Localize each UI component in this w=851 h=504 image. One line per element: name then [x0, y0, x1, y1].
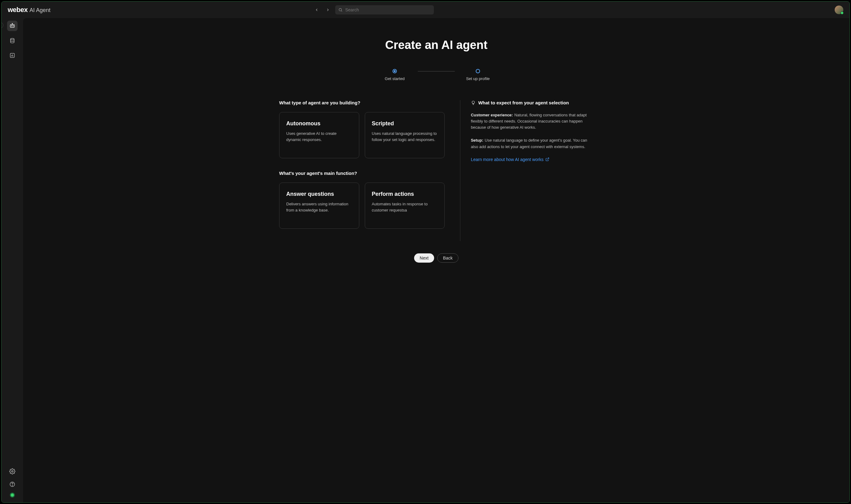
info-heading-text: What to expect from your agent selection [478, 100, 569, 105]
svg-point-12 [12, 471, 13, 472]
svg-point-0 [339, 8, 342, 11]
search-field[interactable] [335, 5, 434, 15]
svg-line-15 [547, 158, 549, 160]
card-autonomous[interactable]: Autonomous Uses generative AI to create … [279, 112, 359, 158]
card-desc: Delivers answers using information from … [286, 201, 352, 213]
search-icon [338, 8, 343, 12]
card-desc: Uses natural language processing to foll… [372, 130, 438, 143]
agent-function-heading: What's your agent's main function? [279, 170, 445, 176]
external-link-icon [545, 157, 549, 161]
step-set-up-profile[interactable]: Set up profile [455, 69, 501, 81]
card-title: Autonomous [286, 120, 352, 127]
card-scripted[interactable]: Scripted Uses natural language processin… [365, 112, 445, 158]
search-input[interactable] [345, 7, 431, 12]
svg-point-14 [12, 486, 12, 486]
gear-icon [9, 468, 15, 474]
svg-line-1 [342, 11, 342, 12]
bot-icon [9, 23, 15, 29]
svg-rect-2 [10, 25, 14, 28]
sidebar-item-data[interactable] [7, 35, 18, 46]
user-avatar[interactable] [835, 5, 843, 14]
help-icon [9, 481, 15, 487]
info-heading: What to expect from your agent selection [471, 100, 593, 105]
card-perform-actions[interactable]: Perform actions Automates tasks in respo… [365, 183, 445, 229]
presence-indicator [10, 492, 15, 498]
topbar: webex AI Agent [2, 2, 849, 18]
chart-icon [9, 52, 15, 58]
sidebar-collapse-handle[interactable] [2, 22, 3, 28]
card-desc: Uses generative AI to create dynamic res… [286, 130, 352, 143]
step-dot-icon [476, 69, 480, 73]
card-title: Perform actions [372, 191, 438, 197]
sidebar-settings[interactable] [7, 466, 18, 476]
page-title: Create an AI agent [41, 38, 831, 52]
sidebar-item-agents[interactable] [7, 21, 18, 31]
chevron-left-icon [315, 8, 319, 12]
sidebar-help[interactable] [7, 479, 18, 489]
stepper: Get started Set up profile [41, 69, 831, 81]
brand-product: AI Agent [30, 7, 51, 14]
step-connector [418, 71, 455, 71]
setup-text: Use natural language to define your agen… [471, 138, 587, 149]
learn-more-text: Learn more about how AI agent works [471, 157, 543, 162]
agent-type-heading: What type of agent are you building? [279, 100, 445, 105]
main-content: Create an AI agent Get started Set up pr… [23, 18, 849, 502]
card-title: Scripted [372, 120, 438, 127]
chevron-right-icon [326, 8, 330, 12]
next-button[interactable]: Next [414, 253, 434, 263]
nav-forward-button[interactable] [324, 5, 332, 14]
setup-label: Setup: [471, 138, 483, 143]
sidebar [2, 18, 23, 502]
card-title: Answer questions [286, 191, 352, 197]
svg-point-3 [12, 25, 12, 26]
step-get-started[interactable]: Get started [371, 69, 418, 81]
learn-more-link[interactable]: Learn more about how AI agent works [471, 157, 549, 162]
nav-back-button[interactable] [312, 5, 321, 14]
step-label: Get started [385, 76, 404, 81]
database-icon [9, 38, 15, 44]
brand: webex AI Agent [8, 6, 51, 14]
svg-point-7 [11, 38, 14, 40]
card-desc: Automates tasks in response to customer … [372, 201, 438, 213]
lightbulb-icon [471, 101, 476, 105]
card-answer-questions[interactable]: Answer questions Delivers answers using … [279, 183, 359, 229]
svg-point-4 [13, 25, 14, 26]
cx-label: Customer experience: [471, 113, 513, 117]
sidebar-item-analytics[interactable] [7, 50, 18, 61]
step-label: Set up profile [466, 76, 490, 81]
back-button[interactable]: Back [437, 253, 458, 263]
brand-logo: webex [8, 6, 28, 14]
step-dot-icon [393, 69, 397, 73]
